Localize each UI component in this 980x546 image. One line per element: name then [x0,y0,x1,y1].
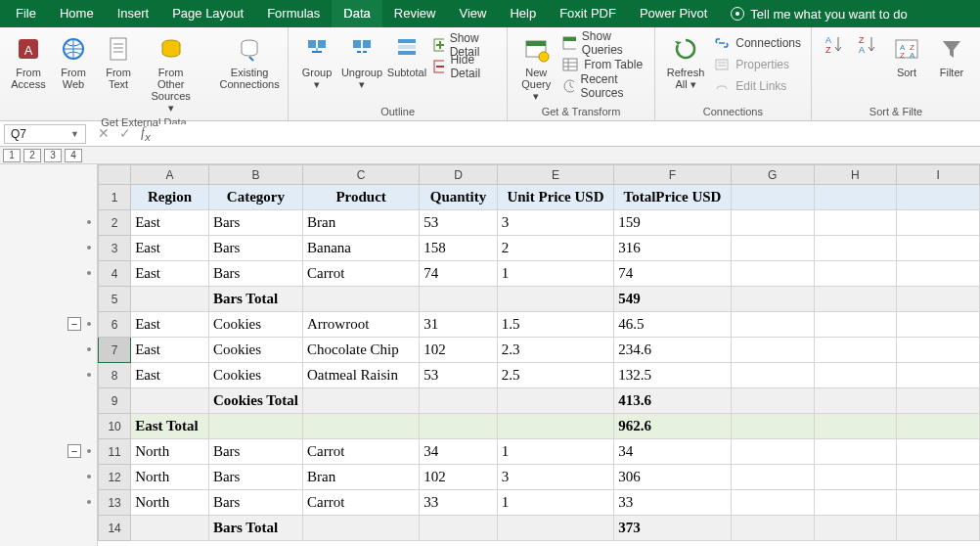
cell-C14[interactable] [303,516,420,541]
cell-F5[interactable]: 549 [614,287,732,312]
cell-H14[interactable] [814,516,897,541]
cell-I2[interactable] [897,210,980,236]
select-all-corner[interactable] [99,165,131,185]
tab-help[interactable]: Help [498,0,548,27]
cell-A4[interactable]: East [131,261,209,287]
cell-B8[interactable]: Cookies [208,363,302,388]
cell-E12[interactable]: 3 [497,465,614,490]
cell-A9[interactable] [131,388,209,414]
cell-G12[interactable] [731,465,814,490]
cell-I9[interactable] [897,388,980,414]
sort-az-button[interactable]: AZ [822,31,847,57]
col-header-I[interactable]: I [897,165,980,185]
cell-A6[interactable]: East [131,312,209,338]
refresh-all-button[interactable]: RefreshAll ▾ [665,31,707,92]
cell-F9[interactable]: 413.6 [614,388,732,414]
tab-view[interactable]: View [447,0,498,27]
cell-A8[interactable]: East [131,363,209,388]
cell-G2[interactable] [731,210,814,236]
tab-foxit-pdf[interactable]: Foxit PDF [548,0,628,27]
cell-A1[interactable]: Region [131,185,209,210]
cell-D7[interactable]: 102 [420,338,497,363]
cell-H11[interactable] [814,439,897,465]
cell-E6[interactable]: 1.5 [497,312,614,338]
row-header-14[interactable]: 14 [99,516,131,541]
row-header-1[interactable]: 1 [99,185,131,210]
cell-B14[interactable]: Bars Total [208,516,302,541]
ungroup-button[interactable]: Ungroup▾ [343,31,380,92]
cell-I3[interactable] [897,236,980,261]
cell-B1[interactable]: Category [208,185,302,210]
outline-level-2[interactable]: 2 [23,149,41,162]
cell-D11[interactable]: 34 [420,439,497,465]
cell-F14[interactable]: 373 [614,516,732,541]
cell-E2[interactable]: 3 [497,210,614,236]
cell-E8[interactable]: 2.5 [497,363,614,388]
cell-A14[interactable] [131,516,209,541]
tab-review[interactable]: Review [382,0,448,27]
cell-C1[interactable]: Product [303,185,420,210]
tab-formulas[interactable]: Formulas [255,0,332,27]
cell-D1[interactable]: Quantity [420,185,497,210]
cell-G7[interactable] [731,338,814,363]
cell-C8[interactable]: Oatmeal Raisin [303,363,420,388]
cell-D6[interactable]: 31 [420,312,497,338]
row-header-13[interactable]: 13 [99,490,131,516]
cell-F2[interactable]: 159 [614,210,732,236]
row-header-9[interactable]: 9 [99,388,131,414]
name-box[interactable]: Q7▼ [4,124,86,144]
filter-button[interactable]: Filter [933,31,970,80]
cell-D4[interactable]: 74 [420,261,497,287]
outline-level-4[interactable]: 4 [65,149,82,162]
row-header-6[interactable]: 6 [99,312,131,338]
cell-E13[interactable]: 1 [497,490,614,516]
cell-A13[interactable]: North [131,490,209,516]
cell-E4[interactable]: 1 [497,261,614,287]
cell-H9[interactable] [814,388,897,414]
cell-I11[interactable] [897,439,980,465]
cell-A10[interactable]: East Total [131,414,209,439]
cell-F6[interactable]: 46.5 [614,312,732,338]
cell-G3[interactable] [731,236,814,261]
cell-D9[interactable] [420,388,497,414]
cell-B2[interactable]: Bars [208,210,302,236]
cell-I8[interactable] [897,363,980,388]
cell-D2[interactable]: 53 [420,210,497,236]
cell-H5[interactable] [814,287,897,312]
cell-G11[interactable] [731,439,814,465]
cell-D10[interactable] [420,414,497,439]
cell-G10[interactable] [731,414,814,439]
tab-power-pivot[interactable]: Power Pivot [628,0,719,27]
cell-B12[interactable]: Bars [208,465,302,490]
cell-A5[interactable] [131,287,209,312]
cell-I1[interactable] [897,185,980,210]
cell-C12[interactable]: Bran [303,465,420,490]
cell-C2[interactable]: Bran [303,210,420,236]
cell-D14[interactable] [420,516,497,541]
cell-I7[interactable] [897,338,980,363]
outline-collapse-button[interactable]: − [67,317,81,331]
cell-G13[interactable] [731,490,814,516]
recent-sources-button[interactable]: Recent Sources [562,76,645,96]
cell-F10[interactable]: 962.6 [614,414,732,439]
from-other-sources-button[interactable]: From OtherSources ▾ [145,31,197,115]
cell-H6[interactable] [814,312,897,338]
cell-H13[interactable] [814,490,897,516]
cell-B11[interactable]: Bars [208,439,302,465]
cell-E10[interactable] [497,414,614,439]
cell-E7[interactable]: 2.3 [497,338,614,363]
tab-home[interactable]: Home [48,0,106,27]
hide-detail-button[interactable]: Hide Detail [433,57,497,76]
col-header-H[interactable]: H [814,165,897,185]
col-header-C[interactable]: C [303,165,420,185]
col-header-E[interactable]: E [497,165,614,185]
cell-B9[interactable]: Cookies Total [208,388,302,414]
cell-D12[interactable]: 102 [420,465,497,490]
cell-B6[interactable]: Cookies [208,312,302,338]
cell-B4[interactable]: Bars [208,261,302,287]
tab-page-layout[interactable]: Page Layout [160,0,255,27]
cell-H1[interactable] [814,185,897,210]
from-text-button[interactable]: FromText [100,31,137,92]
sort-za-button[interactable]: ZA [855,31,880,57]
row-header-3[interactable]: 3 [99,236,131,261]
